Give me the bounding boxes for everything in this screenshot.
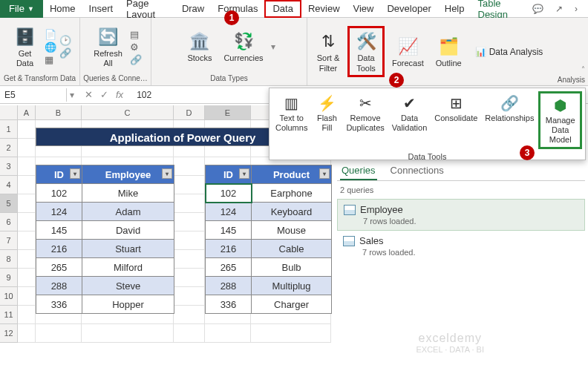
cell[interactable] — [174, 269, 205, 287]
get-transform-small-buttons[interactable]: 📄 🌐 ▦ — [45, 29, 56, 65]
queries-icon[interactable]: ▤ — [130, 29, 142, 40]
table-cell[interactable]: Multiplug — [252, 277, 332, 295]
tab-help[interactable]: Help — [438, 0, 471, 18]
comments-icon[interactable]: 💬 — [528, 2, 548, 16]
from-web-icon[interactable]: 🌐 — [45, 42, 56, 53]
t1-h1[interactable]: ID▾ — [36, 165, 82, 184]
data-validation-button[interactable]: ✔Data Validation — [389, 91, 431, 134]
cell[interactable] — [174, 157, 205, 176]
row-header[interactable]: 12 — [0, 324, 18, 343]
fx-icon[interactable]: fx — [116, 89, 123, 100]
cell[interactable] — [174, 287, 205, 306]
table-cell[interactable]: 124 — [36, 203, 82, 221]
file-tab[interactable]: File ▼ — [0, 0, 43, 18]
row-header[interactable]: 9 — [0, 269, 18, 287]
table-cell[interactable]: 288 — [36, 277, 82, 295]
stocks-button[interactable]: 🏛️ Stocks — [183, 28, 216, 65]
table-cell[interactable]: David — [82, 221, 174, 240]
table-cell[interactable]: Steve — [82, 277, 174, 295]
more-icon[interactable]: › — [570, 2, 582, 16]
col-header-e[interactable]: E — [205, 105, 251, 119]
filter-icon[interactable]: ▾ — [319, 168, 330, 179]
cell[interactable] — [174, 250, 205, 269]
table-cell[interactable]: 102 — [206, 184, 252, 203]
data-analysis-button[interactable]: 📊 Data Analysis — [469, 44, 549, 60]
t1-h2[interactable]: Employee▾ — [82, 165, 174, 184]
table-cell[interactable]: 336 — [206, 295, 252, 314]
cell[interactable] — [174, 213, 205, 231]
table-cell[interactable]: Bulb — [252, 258, 332, 277]
get-transform-small-buttons-2[interactable]: 🕑 🔗 — [59, 35, 71, 59]
relationships-button[interactable]: 🔗Relationships — [482, 91, 537, 125]
edit-links-icon[interactable]: 🔗 — [130, 54, 142, 65]
from-text-icon[interactable]: 📄 — [45, 29, 56, 40]
table-cell[interactable]: 145 — [206, 221, 252, 240]
cell[interactable] — [174, 194, 205, 213]
table-cell[interactable]: Charger — [252, 295, 332, 314]
cell[interactable] — [18, 287, 36, 306]
existing-icon[interactable]: 🔗 — [59, 47, 71, 59]
cell[interactable] — [174, 231, 205, 250]
from-table-icon[interactable]: ▦ — [45, 54, 56, 65]
row-header[interactable]: 7 — [0, 231, 18, 250]
table-cell[interactable]: Hopper — [82, 295, 174, 314]
query-item-sales[interactable]: Sales 7 rows loaded. — [337, 231, 585, 261]
table-cell[interactable]: Mouse — [252, 221, 332, 240]
row-header[interactable]: 11 — [0, 306, 18, 324]
t2-h2[interactable]: Product▾ — [252, 165, 332, 184]
col-header-d[interactable]: D — [174, 105, 205, 119]
table-cell[interactable]: 336 — [36, 295, 82, 314]
row-header[interactable]: 8 — [0, 250, 18, 269]
table-cell[interactable]: Earphone — [252, 184, 332, 203]
table-cell[interactable]: Adam — [82, 203, 174, 221]
table-cell[interactable]: 216 — [36, 240, 82, 258]
text-to-columns-button[interactable]: ▥Text to Columns — [272, 91, 310, 134]
data-types-more-icon[interactable]: ▾ — [271, 42, 275, 52]
table-cell[interactable]: 216 — [206, 240, 252, 258]
select-all-corner[interactable] — [0, 105, 18, 119]
properties-icon[interactable]: ⚙ — [130, 42, 142, 53]
forecast-button[interactable]: 📈 Forecast — [388, 33, 428, 70]
cancel-icon[interactable]: ✕ — [85, 89, 93, 100]
consolidate-button[interactable]: ⊞Consolidate — [431, 91, 480, 125]
name-box[interactable]: E5 — [0, 88, 67, 102]
data-tools-button[interactable]: 🛠️ Data Tools — [347, 26, 385, 76]
col-header-c[interactable]: C — [82, 105, 174, 119]
row-header[interactable]: 6 — [0, 213, 18, 231]
cell[interactable] — [18, 157, 36, 176]
table-cell[interactable]: 265 — [206, 258, 252, 277]
manage-data-model-button[interactable]: ⬢Manage Data Model — [538, 91, 582, 149]
table-cell[interactable]: Mike — [82, 184, 174, 203]
cell[interactable] — [82, 324, 174, 343]
table-cell[interactable]: Cable — [252, 240, 332, 258]
formula-bar-input[interactable]: 102 — [131, 88, 157, 102]
row-header[interactable]: 5 — [0, 194, 18, 213]
refresh-all-button[interactable]: 🔄 Refresh All — [89, 24, 127, 70]
currencies-button[interactable]: 💱 Currencies — [219, 28, 267, 65]
filter-icon[interactable]: ▾ — [162, 168, 172, 179]
enter-icon[interactable]: ✓ — [100, 89, 108, 100]
query-item-employee[interactable]: Employee 7 rows loaded. — [337, 199, 585, 231]
cell[interactable] — [36, 324, 82, 343]
cell[interactable] — [174, 306, 205, 324]
row-header[interactable]: 3 — [0, 157, 18, 176]
sort-filter-button[interactable]: ⇅ Sort & Filter — [312, 28, 344, 74]
tab-draw[interactable]: Draw — [175, 0, 211, 18]
cell[interactable] — [174, 324, 205, 343]
cell[interactable] — [18, 231, 36, 250]
cell[interactable] — [18, 176, 36, 194]
table-cell[interactable]: 265 — [36, 258, 82, 277]
table-cell[interactable]: 145 — [36, 221, 82, 240]
tab-review[interactable]: Review — [301, 0, 347, 18]
row-header[interactable]: 10 — [0, 287, 18, 306]
table-cell[interactable]: Stuart — [82, 240, 174, 258]
connections-tab[interactable]: Connections — [389, 162, 445, 180]
cell[interactable] — [18, 194, 36, 213]
tab-home[interactable]: Home — [43, 0, 82, 18]
remove-duplicates-button[interactable]: ✂Remove Duplicates — [343, 91, 387, 134]
table-cell[interactable]: 102 — [36, 184, 82, 203]
filter-icon[interactable]: ▾ — [70, 168, 80, 179]
filter-icon[interactable]: ▾ — [239, 168, 249, 179]
tab-data[interactable]: Data — [264, 0, 301, 18]
table-cell[interactable]: 288 — [206, 277, 252, 295]
